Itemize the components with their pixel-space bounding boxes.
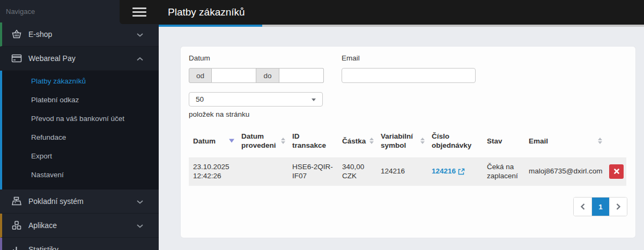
bar-chart-icon: [11, 244, 23, 250]
sidebar-item-label: Pokladní systém: [28, 197, 84, 206]
payments-panel: Datum od do Email 50 položek na stránku …: [181, 47, 635, 238]
pagination-prev-button[interactable]: [574, 198, 591, 216]
cell-datum: 23.10.2025 12:42:26: [189, 157, 237, 186]
page-size-select[interactable]: 50: [189, 92, 323, 107]
date-to-input[interactable]: [279, 68, 324, 83]
topbar: Platby zákazníků: [159, 0, 644, 25]
email-filter-label: Email: [342, 54, 360, 62]
table-header-row: Datum Datum provedeni ID transakce Částk…: [189, 125, 626, 157]
cell-email: maloj86735@dxirl.com: [524, 157, 605, 186]
email-filter-input[interactable]: [342, 68, 476, 83]
column-header-datum-provedeni[interactable]: Datum provedeni: [237, 125, 288, 157]
sidebar-toggle-button[interactable]: [120, 0, 159, 24]
cell-cislo-objednavky: 124216: [427, 157, 483, 186]
sidebar-item-label: Statistiky: [28, 245, 58, 250]
sidebar-item-eshop[interactable]: E-shop: [0, 22, 159, 47]
chevron-left-icon: [581, 203, 585, 210]
sidebar-item-statistiky[interactable]: Statistiky: [0, 238, 159, 250]
column-header-stav[interactable]: Stav: [483, 125, 524, 157]
date-range-group: od do: [189, 68, 324, 83]
credit-card-icon: [11, 53, 23, 64]
column-header-email[interactable]: Email: [524, 125, 605, 157]
sidebar: Navigace E-shop Webareal Pay Platb: [0, 0, 159, 250]
column-header-datum[interactable]: Datum: [189, 125, 237, 157]
cell-actions: [605, 157, 626, 186]
date-filter-label: Datum: [189, 54, 210, 62]
sidebar-item-webareal-pay[interactable]: Webareal Pay: [0, 47, 159, 71]
pagination-next-button[interactable]: [609, 198, 627, 216]
date-from-addon: od: [189, 68, 212, 83]
sidebar-item-label: Webareal Pay: [28, 54, 76, 63]
page-size-suffix: položek na stránku: [189, 110, 249, 118]
pagination-page-1-button[interactable]: 1: [591, 198, 609, 216]
page-size-value: 50: [196, 95, 204, 103]
column-header-variabilni-symbol[interactable]: Variabilní symbol: [376, 125, 427, 157]
page-title: Platby zákazníků: [168, 6, 245, 18]
chevron-down-icon: [137, 196, 143, 206]
sort-desc-icon[interactable]: [229, 139, 234, 143]
chevron-down-icon: [137, 29, 143, 39]
date-to-addon: do: [256, 68, 279, 83]
date-from-input[interactable]: [212, 68, 256, 83]
submenu-item-nastaveni[interactable]: Nastavení: [2, 165, 159, 184]
chevron-down-icon: [137, 221, 143, 230]
cubes-icon: [11, 220, 23, 231]
sidebar-item-label: Aplikace: [28, 221, 57, 230]
order-number-link[interactable]: 124216: [432, 166, 465, 176]
submenu-item-prevod-na-ucet[interactable]: Převod na váš bankovní účet: [2, 109, 159, 128]
sidebar-item-aplikace[interactable]: Aplikace: [0, 214, 159, 238]
sort-icon[interactable]: [420, 138, 425, 144]
cell-id-transakce: HSE6-2QIR-IF07: [288, 157, 338, 186]
main-content: Datum od do Email 50 položek na stránku …: [159, 27, 644, 250]
chevron-right-icon: [616, 203, 620, 210]
sidebar-submenu-webareal-pay: Platby zákazníků Platební odkaz Převod n…: [0, 71, 159, 190]
payments-table: Datum Datum provedeni ID transakce Částk…: [189, 125, 626, 186]
hamburger-icon: [132, 7, 146, 9]
close-icon: [614, 169, 619, 174]
chevron-up-icon: [137, 54, 143, 63]
cell-stav: Čeká na zaplacení: [483, 157, 524, 186]
sidebar-item-pokladni-system[interactable]: Pokladní systém: [0, 190, 159, 214]
submenu-item-refundace[interactable]: Refundace: [2, 128, 159, 147]
sidebar-item-label: E-shop: [28, 30, 52, 39]
sort-icon[interactable]: [369, 138, 374, 144]
delete-payment-button[interactable]: [609, 164, 624, 179]
column-header-actions: [605, 125, 626, 157]
external-link-icon: [458, 168, 465, 175]
submenu-item-platebni-odkaz[interactable]: Platební odkaz: [2, 90, 159, 109]
submenu-item-export[interactable]: Export: [2, 147, 159, 165]
column-header-id-transakce[interactable]: ID transakce: [288, 125, 338, 157]
cash-register-icon: [11, 196, 23, 207]
submenu-item-platby-zakazniku[interactable]: Platby zákazníků: [2, 72, 159, 90]
shopping-basket-icon: [11, 29, 23, 40]
cell-castka: 340,00 CZK: [338, 157, 376, 186]
cell-datum-provedeni: [237, 157, 288, 186]
table-row: 23.10.2025 12:42:26 HSE6-2QIR-IF07 340,0…: [189, 157, 626, 186]
sort-icon[interactable]: [598, 138, 602, 144]
cell-variabilni-symbol: 124216: [376, 157, 427, 186]
chevron-down-icon: [312, 99, 316, 101]
column-header-castka[interactable]: Částka: [338, 125, 376, 157]
pagination: 1: [573, 197, 627, 216]
sort-icon[interactable]: [281, 138, 285, 144]
column-header-cislo-objednavky[interactable]: Číslo objednávky: [427, 125, 483, 157]
